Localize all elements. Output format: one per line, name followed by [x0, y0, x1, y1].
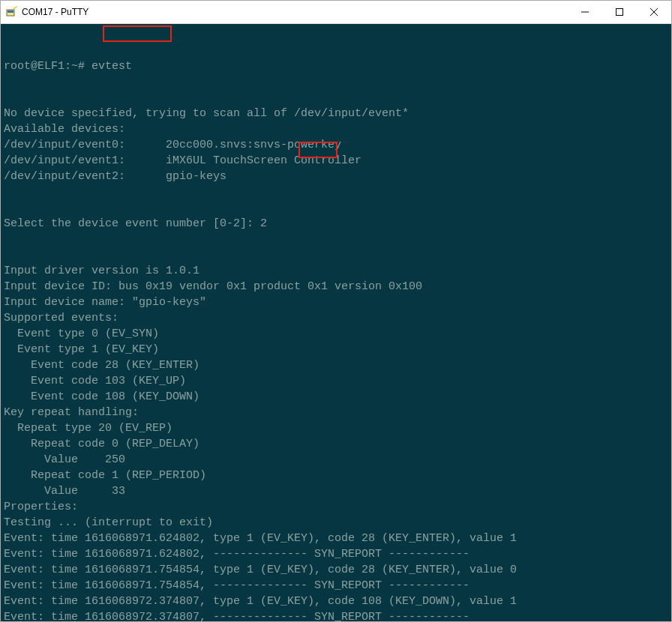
terminal-line: Supported events:	[4, 310, 668, 326]
terminal-line: Repeat code 1 (REP_PERIOD)	[4, 468, 668, 483]
minimize-button[interactable]	[568, 1, 602, 23]
prompt: root@ELF1:~#	[4, 60, 92, 73]
terminal-line: Event code 28 (KEY_ENTER)	[4, 357, 668, 373]
terminal-line: /dev/input/event2: gpio-keys	[4, 169, 668, 184]
terminal-line: Event type 0 (EV_SYN)	[4, 326, 668, 342]
terminal-line: Properties:	[4, 499, 668, 515]
terminal-line: /dev/input/event0: 20cc000.snvs:snvs-pow…	[4, 137, 668, 153]
terminal-line: No device specified, trying to scan all …	[4, 106, 668, 121]
terminal-line: Event: time 1616068971.624802, ---------…	[4, 546, 668, 562]
terminal-line: Event: time 1616068971.754854, type 1 (E…	[4, 562, 668, 578]
highlight-command	[103, 25, 172, 42]
terminal-line: Input driver version is 1.0.1	[4, 263, 668, 279]
window-title: COM17 - PuTTY	[22, 7, 88, 17]
terminal-line: Event: time 1616068971.754854, ---------…	[4, 578, 668, 594]
terminal-line: Testing ... (interrupt to exit)	[4, 515, 668, 531]
terminal[interactable]: root@ELF1:~# evtest No device specified,…	[1, 24, 671, 621]
select-value: : 2	[247, 217, 267, 230]
terminal-line: Available devices:	[4, 121, 668, 137]
command-text: evtest	[92, 60, 132, 73]
terminal-line: Event code 103 (KEY_UP)	[4, 373, 668, 389]
select-prompt: Select the device event number [0-2]	[4, 217, 247, 230]
terminal-line: Repeat code 0 (REP_DELAY)	[4, 436, 668, 452]
putty-window: COM17 - PuTTY root@ELF1:~# evtest No dev…	[0, 0, 672, 622]
terminal-line: Event: time 1616068972.374807, type 1 (E…	[4, 594, 668, 609]
terminal-line: Event type 1 (EV_KEY)	[4, 342, 668, 357]
terminal-line: Value 250	[4, 452, 668, 468]
terminal-line: Event code 108 (KEY_DOWN)	[4, 389, 668, 405]
terminal-line: Input device ID: bus 0x19 vendor 0x1 pro…	[4, 279, 668, 295]
putty-icon	[5, 6, 17, 18]
terminal-line: Repeat type 20 (EV_REP)	[4, 420, 668, 436]
prompt-line: root@ELF1:~# evtest	[4, 58, 668, 74]
maximize-button[interactable]	[602, 1, 637, 23]
terminal-line: Value 33	[4, 483, 668, 499]
terminal-line: Key repeat handling:	[4, 405, 668, 420]
output-block-2: Input driver version is 1.0.1Input devic…	[4, 263, 668, 621]
terminal-line: Input device name: "gpio-keys"	[4, 295, 668, 310]
terminal-line: Event: time 1616068972.374807, ---------…	[4, 609, 668, 621]
svg-rect-5	[616, 9, 623, 16]
terminal-line: Event: time 1616068971.624802, type 1 (E…	[4, 531, 668, 546]
output-block-1: No device specified, trying to scan all …	[4, 106, 668, 184]
terminal-line: /dev/input/event1: iMX6UL TouchScreen Co…	[4, 153, 668, 169]
select-line: Select the device event number [0-2]: 2	[4, 216, 668, 232]
titlebar[interactable]: COM17 - PuTTY	[1, 1, 671, 24]
svg-point-3	[16, 6, 17, 7]
svg-rect-1	[8, 10, 14, 13]
close-button[interactable]	[637, 1, 671, 23]
